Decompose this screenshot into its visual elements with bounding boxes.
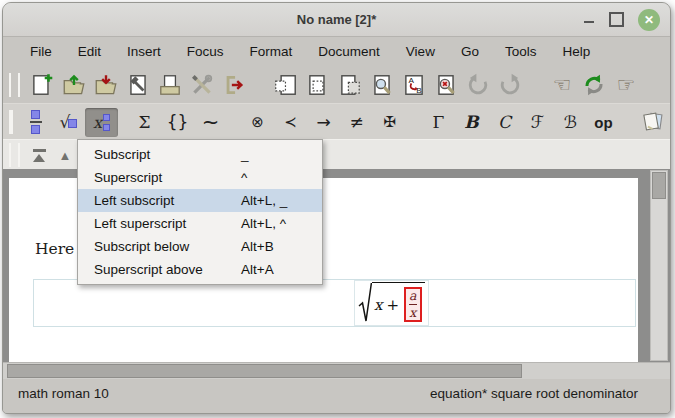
- print-icon[interactable]: [154, 70, 186, 100]
- minimize-icon[interactable]: [583, 14, 595, 26]
- save-file-icon[interactable]: [90, 70, 122, 100]
- undo-icon[interactable]: [462, 70, 494, 100]
- scripts-icon[interactable]: x: [85, 108, 118, 137]
- menu-insert[interactable]: Insert: [114, 40, 174, 63]
- square-root-icon[interactable]: √: [52, 108, 85, 137]
- close-icon[interactable]: ✕: [638, 9, 660, 31]
- menubar: File Edit Insert Focus Format Document V…: [3, 37, 670, 66]
- window-title: No name [2]*: [3, 3, 670, 36]
- paste-selection-icon[interactable]: [334, 70, 366, 100]
- horizontal-scrollbar-thumb[interactable]: [7, 364, 522, 378]
- menu-tools[interactable]: Tools: [492, 40, 550, 63]
- vertical-scrollbar[interactable]: [650, 170, 668, 361]
- hammer-edit-icon[interactable]: [122, 70, 154, 100]
- menu-item-left-superscript[interactable]: Left superscript Alt+L, ^: [78, 212, 322, 235]
- menu-edit[interactable]: Edit: [65, 40, 114, 63]
- menu-view[interactable]: View: [393, 40, 448, 63]
- copy-selection-icon[interactable]: [302, 70, 334, 100]
- redo-icon[interactable]: [494, 70, 526, 100]
- toolbar-grip[interactable]: [9, 143, 20, 167]
- texmacs-window: No name [2]* ✕ File Edit Insert Focus Fo…: [2, 2, 671, 414]
- equation-focus-outline: x + a x: [354, 280, 429, 326]
- open-file-icon[interactable]: [58, 70, 90, 100]
- radicand-x: x: [374, 296, 382, 314]
- negation-icon[interactable]: ≠: [340, 108, 373, 137]
- statusbar: math roman 10 equation* square root deno…: [3, 379, 670, 413]
- fraktur-letters-icon[interactable]: ℱ: [521, 108, 554, 137]
- radical-sign: [358, 282, 372, 324]
- shortcut-label: Alt+L, ^: [241, 212, 286, 235]
- history-forward-icon[interactable]: ☞: [610, 70, 642, 100]
- menu-focus[interactable]: Focus: [174, 40, 237, 63]
- spell-check-icon[interactable]: [430, 70, 462, 100]
- bold-letters-icon[interactable]: B: [455, 108, 488, 137]
- search-icon[interactable]: [366, 70, 398, 100]
- braces-icon[interactable]: {}: [161, 108, 194, 137]
- menu-help[interactable]: Help: [549, 40, 603, 63]
- operator-text-icon[interactable]: op: [587, 108, 620, 137]
- equation-block[interactable]: x + a x: [33, 279, 636, 327]
- svg-text:A: A: [409, 75, 415, 84]
- big-operator-icon[interactable]: Σ: [128, 108, 161, 137]
- fraction-focus-box[interactable]: a x: [404, 287, 421, 322]
- replace-icon[interactable]: A B: [398, 70, 430, 100]
- plus-sign: +: [386, 296, 399, 314]
- wide-accent-icon[interactable]: ~: [194, 108, 227, 137]
- status-mode-text: math roman 10: [18, 386, 109, 401]
- greek-letters-icon[interactable]: Γ: [422, 108, 455, 137]
- previous-structure-icon[interactable]: ▲: [52, 143, 78, 167]
- fraction-numerator: a: [409, 289, 416, 303]
- history-back-icon[interactable]: ☜: [546, 70, 578, 100]
- menu-format[interactable]: Format: [237, 40, 306, 63]
- blackboard-letters-icon[interactable]: ℬ: [554, 108, 587, 137]
- horizontal-scrollbar[interactable]: [3, 362, 670, 380]
- vertical-scrollbar-thumb[interactable]: [652, 172, 666, 199]
- reload-icon[interactable]: [578, 70, 610, 100]
- menu-item-superscript[interactable]: Superscript ^: [78, 166, 322, 189]
- status-context-text: equation* square root denominator: [430, 386, 638, 401]
- shortcut-label: Alt+L, _: [241, 189, 287, 212]
- menu-item-left-subscript[interactable]: Left subscript Alt+L, _: [78, 189, 322, 212]
- scripts-dropdown-menu: Subscript _ Superscript ^ Left subscript…: [77, 139, 323, 285]
- menu-file[interactable]: File: [17, 40, 65, 63]
- menu-go[interactable]: Go: [448, 40, 492, 63]
- shortcut-label: Alt+A: [241, 258, 274, 281]
- relation-icon[interactable]: ≺: [274, 108, 307, 137]
- cards-icon[interactable]: [636, 108, 669, 137]
- menu-item-subscript[interactable]: Subscript _: [78, 143, 322, 166]
- arrow-icon[interactable]: →: [307, 108, 340, 137]
- fraction-icon[interactable]: [19, 108, 52, 137]
- export-icon[interactable]: [218, 70, 250, 100]
- shortcut-label: Alt+B: [241, 235, 274, 258]
- titlebar[interactable]: No name [2]* ✕: [3, 3, 670, 37]
- maximize-icon[interactable]: [609, 12, 624, 27]
- cut-selection-icon[interactable]: [270, 70, 302, 100]
- binary-operator-icon[interactable]: ⊗: [241, 108, 274, 137]
- svg-text:B: B: [416, 85, 421, 94]
- toolbar-grip[interactable]: [9, 73, 20, 97]
- math-operators-icon[interactable]: Σ Σ: [669, 108, 671, 137]
- toolbar-grip[interactable]: [9, 110, 13, 134]
- menu-item-superscript-above[interactable]: Superscript above Alt+A: [78, 258, 322, 281]
- misc-symbol-icon[interactable]: ✠: [373, 108, 406, 137]
- calligraphic-letters-icon[interactable]: C: [488, 108, 521, 137]
- math-toolbar: √ x Σ {} ~ ⊗ ≺ → ≠ ✠ Γ B C ℱ ℬ op: [3, 103, 670, 140]
- shortcut-label: _: [241, 143, 249, 166]
- main-toolbar: A B: [3, 66, 670, 103]
- paragraph-text: Here: [35, 240, 74, 258]
- menu-document[interactable]: Document: [305, 40, 393, 63]
- new-document-icon[interactable]: [26, 70, 58, 100]
- square-root-expression: x + a x: [358, 282, 425, 324]
- exit-structure-icon[interactable]: [26, 143, 52, 167]
- menu-item-subscript-below[interactable]: Subscript below Alt+B: [78, 235, 322, 258]
- shortcut-label: ^: [241, 166, 247, 189]
- tools-icon[interactable]: [186, 70, 218, 100]
- fraction-denominator: x: [409, 306, 416, 320]
